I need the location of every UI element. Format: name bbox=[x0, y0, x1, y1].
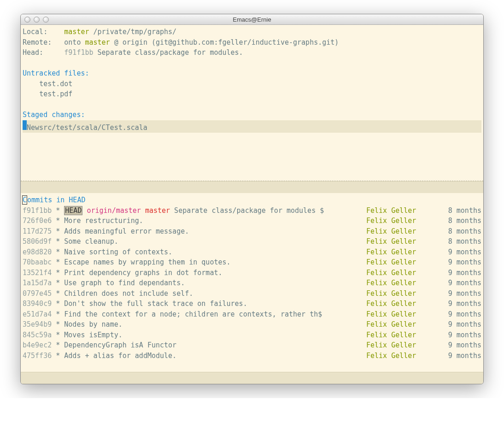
commit-author: Felix Geller bbox=[366, 226, 435, 237]
commit-row[interactable]: 117d275 * Adds meaningful error message.… bbox=[23, 226, 481, 237]
commit-row[interactable]: 83940c9 * Don't show the full stack trac… bbox=[23, 299, 481, 309]
commit-row[interactable]: 1a15d7a * Use graph to find dependants.F… bbox=[23, 278, 481, 288]
commit-author: Felix Geller bbox=[366, 268, 435, 278]
commit-age: 8 months bbox=[435, 216, 481, 226]
commit-row[interactable]: 13521f4 * Print dependency graphs in dot… bbox=[23, 268, 481, 278]
commit-age: 8 months bbox=[435, 236, 481, 247]
commit-row[interactable]: 475ff36 * Adds + alias for addModule.Fel… bbox=[23, 351, 481, 361]
graph-star: * bbox=[52, 309, 64, 320]
commit-age: 9 months bbox=[435, 247, 481, 258]
commit-message: Use graph to find dependants. bbox=[64, 278, 366, 288]
commit-age: 9 months bbox=[435, 299, 481, 309]
cursor bbox=[23, 120, 27, 130]
commit-hash: 1a15d7a bbox=[23, 278, 52, 288]
graph-star: * bbox=[52, 268, 64, 278]
commit-hash: 845c59a bbox=[23, 330, 52, 341]
commit-author: Felix Geller bbox=[366, 319, 435, 330]
commit-row[interactable]: 5806d9f * Some cleanup.Felix Geller8 mon… bbox=[23, 236, 481, 247]
commit-row[interactable]: e98d820 * Naive sorting of contexts.Feli… bbox=[23, 247, 481, 258]
head-msg: Separate class/package for modules. bbox=[98, 48, 243, 57]
commit-row[interactable]: 35e94b9 * Nodes by name.Felix Geller9 mo… bbox=[23, 319, 481, 330]
commit-message: Find the context for a node; children ar… bbox=[64, 309, 366, 320]
magit-log-pane[interactable]: Commits in HEAD f91f1bb * HEAD origin/ma… bbox=[21, 193, 483, 372]
commit-author: Felix Geller bbox=[366, 330, 435, 341]
commit-message: Don't show the full stack trace on failu… bbox=[64, 299, 366, 309]
commit-author: Felix Geller bbox=[366, 309, 435, 320]
remote-branch: master bbox=[85, 38, 110, 47]
commit-age: 9 months bbox=[435, 309, 481, 320]
commit-hash: 5806d9f bbox=[23, 236, 52, 247]
commit-hash: 726f0e6 bbox=[23, 216, 52, 226]
commit-hash: 475ff36 bbox=[23, 351, 52, 361]
graph-star: * bbox=[52, 278, 64, 288]
commit-author: Felix Geller bbox=[366, 206, 435, 216]
commit-age: 9 months bbox=[435, 351, 481, 361]
local-path: /private/tmp/graphs/ bbox=[94, 28, 177, 36]
graph-star: * bbox=[52, 340, 64, 351]
commit-hash: e98d820 bbox=[23, 247, 52, 258]
head-line: Head: f91f1bb Separate class/package for… bbox=[23, 47, 481, 58]
modeline-bottom bbox=[21, 372, 483, 384]
commit-age: 8 months bbox=[435, 206, 481, 216]
graph-star: * bbox=[52, 226, 64, 237]
commit-author: Felix Geller bbox=[366, 340, 435, 351]
commit-message: Naive sorting of contexts. bbox=[64, 247, 366, 258]
commit-row[interactable]: 726f0e6 * More restructuring.Felix Gelle… bbox=[23, 216, 481, 226]
commit-hash: f91f1bb bbox=[23, 206, 52, 216]
untracked-file[interactable]: test.dot bbox=[23, 79, 481, 89]
commit-hash: 0797e45 bbox=[23, 288, 52, 299]
graph-star: * bbox=[52, 216, 64, 226]
commit-hash: 70baabc bbox=[23, 257, 52, 268]
commit-hash: e51d7a4 bbox=[23, 309, 52, 320]
commit-age: 9 months bbox=[435, 330, 481, 341]
commit-message: More restructuring. bbox=[64, 216, 366, 226]
cursor: C bbox=[22, 195, 27, 205]
commit-age: 9 months bbox=[435, 340, 481, 351]
commit-message: Print dependency graphs in dot format. bbox=[64, 268, 366, 278]
graph-star: * bbox=[52, 351, 64, 361]
commit-age: 9 months bbox=[435, 288, 481, 299]
commit-row[interactable]: 0797e45 * Children does not include self… bbox=[23, 288, 481, 299]
graph-star: * bbox=[52, 247, 64, 258]
commit-message: Some cleanup. bbox=[64, 236, 366, 247]
commit-row[interactable]: b4e9ec2 * DependencyGraph isA FunctorFel… bbox=[23, 340, 481, 351]
commit-row[interactable]: f91f1bb * HEAD origin/master master Sepa… bbox=[23, 206, 481, 216]
commit-message: HEAD origin/master master Separate class… bbox=[64, 206, 366, 216]
window-title: Emacs@Ernie bbox=[21, 16, 483, 23]
graph-star: * bbox=[52, 330, 64, 341]
commit-author: Felix Geller bbox=[366, 247, 435, 258]
remote-line: Remote: onto master @ origin (git@github… bbox=[23, 37, 481, 48]
commit-author: Felix Geller bbox=[366, 236, 435, 247]
graph-star: * bbox=[52, 257, 64, 268]
head-hash: f91f1bb bbox=[64, 48, 93, 57]
commit-message: Escape names by wrapping them in quotes. bbox=[64, 257, 366, 268]
commit-author: Felix Geller bbox=[366, 299, 435, 309]
commit-row[interactable]: 70baabc * Escape names by wrapping them … bbox=[23, 257, 481, 268]
commit-row[interactable]: 845c59a * Moves isEmpty.Felix Geller9 mo… bbox=[23, 330, 481, 341]
log-header: Commits in HEAD bbox=[23, 195, 481, 206]
untracked-header[interactable]: Untracked files: bbox=[23, 68, 481, 79]
commit-age: 8 months bbox=[435, 226, 481, 237]
commit-author: Felix Geller bbox=[366, 257, 435, 268]
titlebar[interactable]: Emacs@Ernie bbox=[21, 14, 483, 25]
emacs-window: Emacs@Ernie Local: master /private/tmp/g… bbox=[20, 14, 484, 384]
commit-age: 9 months bbox=[435, 257, 481, 268]
commit-message: Nodes by name. bbox=[64, 319, 366, 330]
commit-message: DependencyGraph isA Functor bbox=[64, 340, 366, 351]
magit-status-pane[interactable]: Local: master /private/tmp/graphs/ Remot… bbox=[21, 25, 483, 181]
commit-row[interactable]: e51d7a4 * Find the context for a node; c… bbox=[23, 309, 481, 320]
commit-age: 9 months bbox=[435, 319, 481, 330]
staged-file-row[interactable]: New src/test/scala/CTest.scala bbox=[23, 120, 481, 133]
commit-age: 9 months bbox=[435, 268, 481, 278]
graph-star: * bbox=[52, 236, 64, 247]
staged-new-label: New bbox=[27, 123, 39, 133]
local-branch: master bbox=[64, 28, 89, 36]
commit-message: Children does not include self. bbox=[64, 288, 366, 299]
commit-message: Adds meaningful error message. bbox=[64, 226, 366, 237]
local-line: Local: master /private/tmp/graphs/ bbox=[23, 27, 481, 37]
commit-author: Felix Geller bbox=[366, 278, 435, 288]
staged-header[interactable]: Staged changes: bbox=[23, 110, 481, 120]
commit-hash: 83940c9 bbox=[23, 299, 52, 309]
commit-hash: b4e9ec2 bbox=[23, 340, 52, 351]
untracked-file[interactable]: test.pdf bbox=[23, 89, 481, 100]
